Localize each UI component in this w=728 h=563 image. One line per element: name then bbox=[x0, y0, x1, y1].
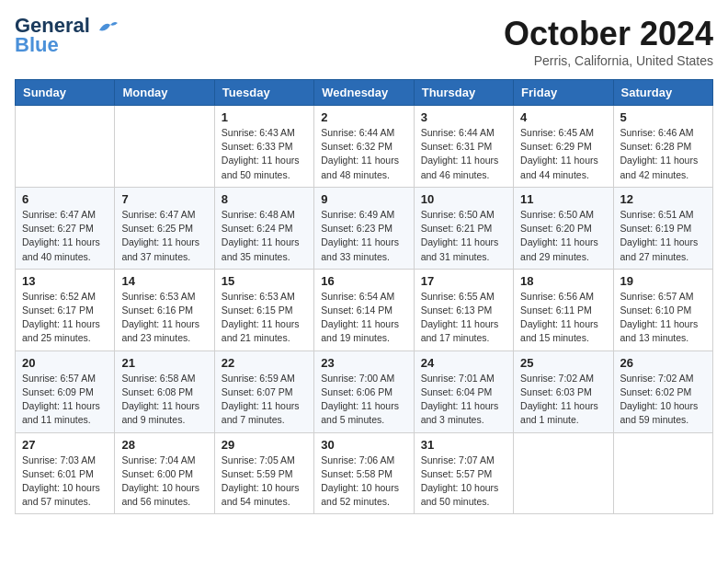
day-number: 27 bbox=[22, 438, 108, 452]
calendar-cell bbox=[115, 106, 214, 188]
calendar-cell: 24Sunrise: 7:01 AM Sunset: 6:04 PM Dayli… bbox=[414, 350, 513, 432]
calendar-cell: 19Sunrise: 6:57 AM Sunset: 6:10 PM Dayli… bbox=[613, 269, 712, 350]
calendar-cell: 8Sunrise: 6:48 AM Sunset: 6:24 PM Daylig… bbox=[214, 187, 313, 269]
day-info: Sunrise: 6:51 AM Sunset: 6:19 PM Dayligh… bbox=[620, 208, 706, 264]
calendar-cell: 1Sunrise: 6:43 AM Sunset: 6:33 PM Daylig… bbox=[214, 106, 313, 188]
calendar-cell: 28Sunrise: 7:04 AM Sunset: 6:00 PM Dayli… bbox=[115, 432, 214, 514]
calendar-cell: 22Sunrise: 6:59 AM Sunset: 6:07 PM Dayli… bbox=[214, 350, 313, 432]
day-info: Sunrise: 7:00 AM Sunset: 6:06 PM Dayligh… bbox=[321, 372, 406, 428]
calendar-cell: 6Sunrise: 6:47 AM Sunset: 6:27 PM Daylig… bbox=[16, 187, 115, 269]
day-info: Sunrise: 7:02 AM Sunset: 6:02 PM Dayligh… bbox=[620, 372, 706, 428]
logo: General Blue bbox=[15, 15, 118, 57]
day-info: Sunrise: 6:47 AM Sunset: 6:27 PM Dayligh… bbox=[22, 208, 108, 264]
day-info: Sunrise: 6:46 AM Sunset: 6:28 PM Dayligh… bbox=[620, 126, 706, 182]
calendar-cell: 15Sunrise: 6:53 AM Sunset: 6:15 PM Dayli… bbox=[214, 269, 313, 350]
day-number: 17 bbox=[421, 274, 506, 288]
day-number: 5 bbox=[620, 110, 706, 124]
day-info: Sunrise: 6:47 AM Sunset: 6:25 PM Dayligh… bbox=[121, 208, 207, 264]
location: Perris, California, United States bbox=[504, 53, 713, 68]
day-number: 3 bbox=[421, 110, 506, 124]
calendar-cell: 30Sunrise: 7:06 AM Sunset: 5:58 PM Dayli… bbox=[314, 432, 414, 514]
weekday-header-monday: Monday bbox=[115, 80, 214, 106]
calendar-cell bbox=[514, 432, 613, 514]
day-info: Sunrise: 6:58 AM Sunset: 6:08 PM Dayligh… bbox=[121, 372, 207, 428]
day-info: Sunrise: 6:45 AM Sunset: 6:29 PM Dayligh… bbox=[520, 126, 606, 182]
calendar-cell bbox=[16, 106, 115, 188]
calendar-cell: 27Sunrise: 7:03 AM Sunset: 6:01 PM Dayli… bbox=[16, 432, 115, 514]
day-number: 7 bbox=[121, 192, 207, 206]
day-info: Sunrise: 6:54 AM Sunset: 6:14 PM Dayligh… bbox=[321, 290, 406, 346]
day-info: Sunrise: 6:50 AM Sunset: 6:21 PM Dayligh… bbox=[421, 208, 506, 264]
calendar-cell: 12Sunrise: 6:51 AM Sunset: 6:19 PM Dayli… bbox=[613, 187, 712, 269]
calendar-cell: 21Sunrise: 6:58 AM Sunset: 6:08 PM Dayli… bbox=[115, 350, 214, 432]
day-number: 24 bbox=[421, 356, 506, 370]
day-info: Sunrise: 6:53 AM Sunset: 6:15 PM Dayligh… bbox=[222, 290, 307, 346]
day-number: 18 bbox=[520, 274, 606, 288]
bird-icon bbox=[97, 19, 118, 34]
day-info: Sunrise: 6:48 AM Sunset: 6:24 PM Dayligh… bbox=[222, 208, 307, 264]
title-area: October 2024 Perris, California, United … bbox=[504, 15, 713, 68]
calendar-cell: 14Sunrise: 6:53 AM Sunset: 6:16 PM Dayli… bbox=[115, 269, 214, 350]
day-info: Sunrise: 7:03 AM Sunset: 6:01 PM Dayligh… bbox=[22, 454, 108, 510]
day-number: 21 bbox=[121, 356, 207, 370]
day-info: Sunrise: 6:59 AM Sunset: 6:07 PM Dayligh… bbox=[222, 372, 307, 428]
day-info: Sunrise: 6:50 AM Sunset: 6:20 PM Dayligh… bbox=[520, 208, 606, 264]
day-info: Sunrise: 6:44 AM Sunset: 6:31 PM Dayligh… bbox=[421, 126, 506, 182]
day-info: Sunrise: 6:55 AM Sunset: 6:13 PM Dayligh… bbox=[421, 290, 506, 346]
calendar-table: SundayMondayTuesdayWednesdayThursdayFrid… bbox=[15, 79, 713, 514]
calendar-cell: 17Sunrise: 6:55 AM Sunset: 6:13 PM Dayli… bbox=[414, 269, 513, 350]
week-row-1: 1Sunrise: 6:43 AM Sunset: 6:33 PM Daylig… bbox=[16, 106, 713, 188]
day-number: 16 bbox=[321, 274, 406, 288]
day-number: 12 bbox=[620, 192, 706, 206]
day-number: 13 bbox=[22, 274, 108, 288]
calendar-cell bbox=[613, 432, 712, 514]
day-number: 14 bbox=[121, 274, 207, 288]
week-row-3: 13Sunrise: 6:52 AM Sunset: 6:17 PM Dayli… bbox=[16, 269, 713, 350]
calendar-header-row: SundayMondayTuesdayWednesdayThursdayFrid… bbox=[16, 80, 713, 106]
weekday-header-sunday: Sunday bbox=[16, 80, 115, 106]
day-number: 29 bbox=[222, 438, 307, 452]
calendar-cell: 5Sunrise: 6:46 AM Sunset: 6:28 PM Daylig… bbox=[613, 106, 712, 188]
day-number: 25 bbox=[520, 356, 606, 370]
weekday-header-friday: Friday bbox=[514, 80, 613, 106]
week-row-2: 6Sunrise: 6:47 AM Sunset: 6:27 PM Daylig… bbox=[16, 187, 713, 269]
calendar-cell: 9Sunrise: 6:49 AM Sunset: 6:23 PM Daylig… bbox=[314, 187, 414, 269]
day-info: Sunrise: 7:01 AM Sunset: 6:04 PM Dayligh… bbox=[421, 372, 506, 428]
page-header: General Blue October 2024 Perris, Califo… bbox=[15, 15, 713, 68]
day-number: 11 bbox=[520, 192, 606, 206]
day-number: 22 bbox=[222, 356, 307, 370]
calendar-cell: 31Sunrise: 7:07 AM Sunset: 5:57 PM Dayli… bbox=[414, 432, 513, 514]
week-row-5: 27Sunrise: 7:03 AM Sunset: 6:01 PM Dayli… bbox=[16, 432, 713, 514]
day-number: 20 bbox=[22, 356, 108, 370]
weekday-header-wednesday: Wednesday bbox=[314, 80, 414, 106]
day-info: Sunrise: 6:56 AM Sunset: 6:11 PM Dayligh… bbox=[520, 290, 606, 346]
calendar-cell: 18Sunrise: 6:56 AM Sunset: 6:11 PM Dayli… bbox=[514, 269, 613, 350]
day-info: Sunrise: 6:57 AM Sunset: 6:10 PM Dayligh… bbox=[620, 290, 706, 346]
day-info: Sunrise: 7:02 AM Sunset: 6:03 PM Dayligh… bbox=[520, 372, 606, 428]
day-number: 30 bbox=[321, 438, 406, 452]
logo-blue: Blue bbox=[15, 33, 59, 57]
calendar-cell: 10Sunrise: 6:50 AM Sunset: 6:21 PM Dayli… bbox=[414, 187, 513, 269]
day-info: Sunrise: 6:49 AM Sunset: 6:23 PM Dayligh… bbox=[321, 208, 406, 264]
day-number: 9 bbox=[321, 192, 406, 206]
calendar-cell: 16Sunrise: 6:54 AM Sunset: 6:14 PM Dayli… bbox=[314, 269, 414, 350]
calendar-cell: 20Sunrise: 6:57 AM Sunset: 6:09 PM Dayli… bbox=[16, 350, 115, 432]
weekday-header-saturday: Saturday bbox=[613, 80, 712, 106]
day-number: 26 bbox=[620, 356, 706, 370]
day-info: Sunrise: 7:04 AM Sunset: 6:00 PM Dayligh… bbox=[121, 454, 207, 510]
week-row-4: 20Sunrise: 6:57 AM Sunset: 6:09 PM Dayli… bbox=[16, 350, 713, 432]
day-info: Sunrise: 7:05 AM Sunset: 5:59 PM Dayligh… bbox=[222, 454, 307, 510]
day-number: 8 bbox=[222, 192, 307, 206]
day-number: 1 bbox=[222, 110, 307, 124]
day-number: 15 bbox=[222, 274, 307, 288]
day-number: 23 bbox=[321, 356, 406, 370]
calendar-cell: 13Sunrise: 6:52 AM Sunset: 6:17 PM Dayli… bbox=[16, 269, 115, 350]
day-info: Sunrise: 6:44 AM Sunset: 6:32 PM Dayligh… bbox=[321, 126, 406, 182]
day-info: Sunrise: 6:57 AM Sunset: 6:09 PM Dayligh… bbox=[22, 372, 108, 428]
day-info: Sunrise: 7:07 AM Sunset: 5:57 PM Dayligh… bbox=[421, 454, 506, 510]
day-info: Sunrise: 7:06 AM Sunset: 5:58 PM Dayligh… bbox=[321, 454, 406, 510]
day-number: 19 bbox=[620, 274, 706, 288]
day-info: Sunrise: 6:52 AM Sunset: 6:17 PM Dayligh… bbox=[22, 290, 108, 346]
day-number: 28 bbox=[121, 438, 207, 452]
month-title: October 2024 bbox=[504, 15, 713, 53]
